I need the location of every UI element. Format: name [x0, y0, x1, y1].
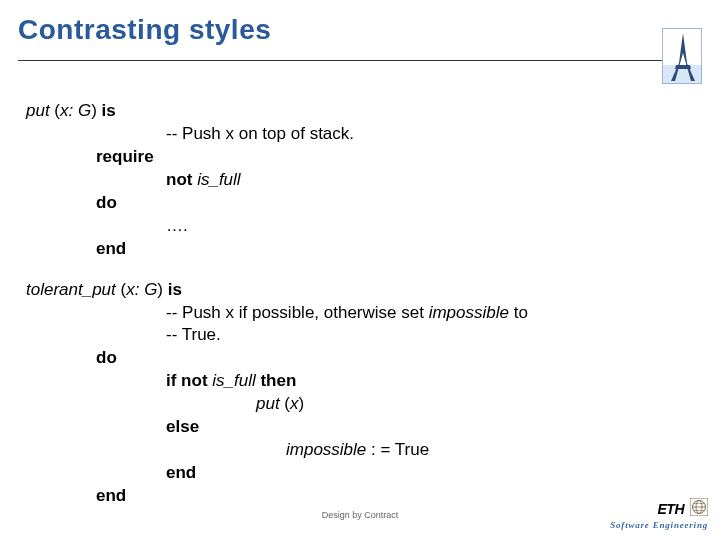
put-signature: put (x: G) is [26, 100, 666, 123]
eth-logo-text: ETH [658, 501, 685, 517]
keyword-require: require [96, 147, 154, 166]
eiffel-tower-logo [662, 28, 702, 84]
tput-endif-line: end [26, 462, 666, 485]
globe-icon [690, 498, 708, 520]
routine-name: put [26, 101, 54, 120]
put-body: …. [26, 215, 666, 238]
keyword-do: do [96, 193, 117, 212]
tput-put-call: put (x) [26, 393, 666, 416]
call-arg: x [290, 394, 299, 413]
keyword-if: if [166, 371, 181, 390]
tput-do-line: do [26, 347, 666, 370]
keyword-end: end [96, 486, 126, 505]
put-precond: not is_full [26, 169, 666, 192]
tput-comment2: -- True. [26, 324, 666, 347]
software-engineering-text: Software Engineering [610, 520, 708, 530]
keyword-do: do [96, 348, 117, 367]
keyword-is: is [168, 280, 182, 299]
comment-to: to [509, 303, 528, 322]
pred-is-full: is_full [212, 371, 255, 390]
param-x: x [60, 101, 69, 120]
paren-close: ) [299, 394, 305, 413]
paren-close: ) [91, 101, 101, 120]
routine-name: tolerant_put [26, 280, 121, 299]
tput-else-line: else [26, 416, 666, 439]
slide: Contrasting styles put (x: G) is -- Push… [0, 0, 720, 540]
keyword-not: not [181, 371, 212, 390]
tput-signature: tolerant_put (x: G) is [26, 279, 666, 302]
call-name: put [256, 394, 284, 413]
pred-is-full: is_full [197, 170, 240, 189]
tput-if-line: if not is_full then [26, 370, 666, 393]
comment-text: -- Push x if possible, otherwise set [166, 303, 429, 322]
keyword-end: end [96, 239, 126, 258]
assign-true: : = True [366, 440, 429, 459]
type-g: : G [69, 101, 92, 120]
put-comment: -- Push x on top of stack. [26, 123, 666, 146]
tput-end-line: end [26, 485, 666, 508]
keyword-is: is [102, 101, 116, 120]
footer-branding: ETH Software Engineering [610, 498, 708, 530]
comment-impossible: impossible [429, 303, 509, 322]
slide-title: Contrasting styles [18, 14, 271, 46]
keyword-then: then [256, 371, 297, 390]
param-x: x [126, 280, 135, 299]
tput-assign-line: impossible : = True [26, 439, 666, 462]
tput-comment1: -- Push x if possible, otherwise set imp… [26, 302, 666, 325]
keyword-end: end [166, 463, 196, 482]
keyword-not: not [166, 170, 197, 189]
title-divider [18, 60, 690, 61]
put-do-line: do [26, 192, 666, 215]
var-impossible: impossible [286, 440, 366, 459]
code-content: put (x: G) is -- Push x on top of stack.… [26, 100, 666, 508]
spacer [26, 261, 666, 279]
type-g: : G [135, 280, 158, 299]
keyword-else: else [166, 417, 199, 436]
put-end-line: end [26, 238, 666, 261]
put-require-line: require [26, 146, 666, 169]
paren-close: ) [157, 280, 167, 299]
